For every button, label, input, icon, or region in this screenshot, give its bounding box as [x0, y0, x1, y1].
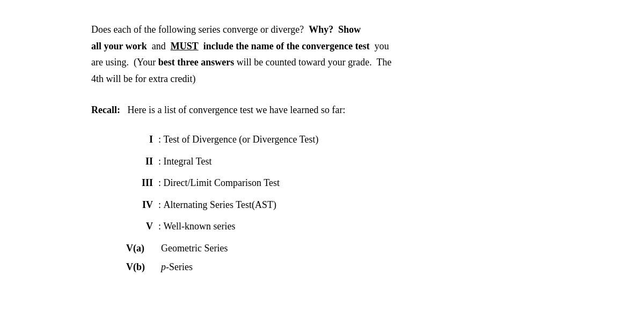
list-section: I : Test of Divergence (or Divergence Te…	[123, 131, 553, 235]
colon-V: :	[158, 218, 164, 235]
recall-label: Recall:	[91, 105, 120, 115]
intro-include: include the name of the convergence test	[203, 41, 370, 51]
list-item: III : Direct/Limit Comparison Test	[123, 175, 553, 191]
content-III: Direct/Limit Comparison Test	[164, 175, 553, 191]
colon-I: :	[158, 131, 164, 148]
recall-section: Recall: Here is a list of convergence te…	[91, 102, 553, 118]
intro-best-three: best three answers	[158, 57, 235, 68]
p-italic: p	[161, 262, 166, 272]
list-item: V : Well-known series	[123, 218, 553, 235]
colon-III: :	[158, 175, 164, 191]
intro-why: Why?	[309, 24, 333, 35]
sub-content-Vb: p-Series	[161, 259, 193, 276]
sub-list: V(a) Geometric Series V(b) p-Series	[126, 240, 553, 275]
content-I: Test of Divergence (or Divergence Test)	[164, 131, 553, 148]
colon-II: :	[158, 153, 164, 170]
intro-must: MUST	[171, 41, 199, 51]
content-II: Integral Test	[164, 153, 553, 170]
page-container: Does each of the following series conver…	[80, 0, 564, 299]
intro-text: Does each of the following series conver…	[91, 24, 391, 84]
numeral-III: III	[123, 175, 153, 191]
numeral-I: I	[123, 131, 153, 148]
list-item: I : Test of Divergence (or Divergence Te…	[123, 131, 553, 148]
sub-numeral-Vb: V(b)	[126, 259, 156, 276]
intro-show: Show	[338, 24, 361, 35]
list-item: IV : Alternating Series Test(AST)	[123, 197, 553, 213]
intro-paragraph: Does each of the following series conver…	[91, 21, 553, 87]
list-item: II : Integral Test	[123, 153, 553, 170]
numeral-V: V	[123, 218, 153, 235]
sub-list-item-b: V(b) p-Series	[126, 259, 553, 276]
sub-list-item-a: V(a) Geometric Series	[126, 240, 553, 257]
sub-numeral-Va: V(a)	[126, 240, 156, 257]
intro-all-work: all your work	[91, 41, 147, 51]
recall-text: Here is a list of convergence test we ha…	[127, 105, 345, 115]
numeral-II: II	[123, 153, 153, 170]
content-V: Well-known series	[164, 218, 553, 235]
content-IV: Alternating Series Test(AST)	[164, 197, 553, 213]
recall-line: Recall: Here is a list of convergence te…	[91, 102, 553, 118]
sub-content-Va: Geometric Series	[161, 240, 228, 257]
colon-IV: :	[158, 197, 164, 213]
numeral-IV: IV	[123, 197, 153, 213]
